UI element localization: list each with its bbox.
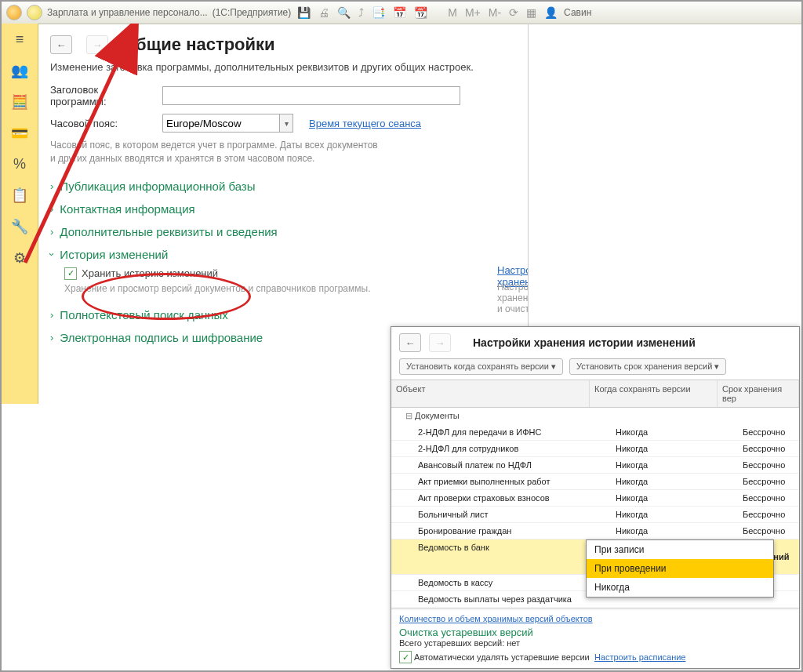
percent-icon[interactable]: %: [13, 156, 26, 173]
refresh-icon[interactable]: ⟳: [509, 6, 518, 19]
table-row: 2-НДФЛ для сотрудниковНикогдаБессрочно: [391, 441, 799, 457]
preview-icon[interactable]: 🔍: [337, 6, 351, 19]
export-icon[interactable]: ⤴: [358, 6, 364, 19]
objects-grid[interactable]: Объект Когда сохранять версии Срок хране…: [391, 380, 799, 609]
app-title: Зарплата и управление персонало...: [47, 7, 208, 18]
table-row: Акт проверки страховых взносовНикогдаБес…: [391, 490, 799, 507]
titlebar: Зарплата и управление персонало... (1С:П…: [2, 2, 801, 24]
session-time-link[interactable]: Время текущего сеанса: [309, 118, 421, 129]
section-publication[interactable]: Публикация информационной базы: [60, 180, 255, 193]
compare-icon[interactable]: 📑: [372, 6, 385, 19]
table-row: Акт приемки выполненных работНикогдаБесс…: [391, 474, 799, 490]
dd-option-never[interactable]: Никогда: [587, 578, 773, 597]
when-dropdown[interactable]: При записи При проведении Никогда: [586, 539, 774, 598]
app-suffix: (1С:Предприятие): [213, 7, 292, 18]
section-contact[interactable]: Контактная информация: [60, 202, 194, 216]
status-icon: [27, 5, 42, 20]
col-duration[interactable]: Срок хранения вер: [718, 380, 799, 407]
timezone-label: Часовой пояс:: [50, 118, 156, 129]
storage-cleanup-text: Настройка хранения и очистка: [497, 282, 529, 314]
history-hint: Хранение и просмотр версий документов и …: [64, 283, 371, 294]
caption-input[interactable]: [162, 86, 460, 105]
history-settings-window: ← → Настройки хранения истории изменений…: [391, 326, 800, 669]
set-duration-button[interactable]: Установить срок хранения версий ▾: [569, 358, 726, 375]
cleanup-count: Всего устаревших версий: нет: [399, 638, 791, 648]
win2-forward-button[interactable]: →: [429, 333, 451, 352]
auto-cleanup-checkbox[interactable]: ✓: [399, 651, 412, 663]
report-icon[interactable]: 📋: [11, 187, 28, 204]
group-documents[interactable]: Документы: [391, 408, 799, 424]
panel-icon[interactable]: ▦: [526, 6, 536, 19]
col-object[interactable]: Объект: [391, 380, 590, 407]
save-icon[interactable]: 💾: [297, 6, 311, 19]
wrench-icon[interactable]: 🔧: [11, 218, 28, 235]
calendar-icon[interactable]: 📅: [393, 6, 406, 19]
timezone-hint: Часовой пояс, в котором ведется учет в п…: [38, 136, 392, 175]
section-extra[interactable]: Дополнительные реквизиты и сведения: [60, 225, 277, 238]
win2-title: Настройки хранения истории изменений: [473, 336, 696, 349]
auto-cleanup-label: Автоматически удалять устаревшие версии: [414, 652, 590, 662]
set-when-button[interactable]: Установить когда сохранять версии ▾: [399, 358, 563, 375]
dd-option-onwrite[interactable]: При записи: [587, 540, 773, 559]
calculator-icon[interactable]: 🧮: [11, 93, 28, 111]
timezone-input[interactable]: [162, 114, 279, 133]
cleanup-header: Очистка устаревших версий: [399, 627, 791, 638]
date-icon[interactable]: 📆: [414, 6, 427, 19]
stored-count-link[interactable]: Количество и объем хранимых версий объек…: [399, 614, 593, 623]
sidebar: ≡ 👥 🧮 💳 % 📋 🔧 ⚙: [2, 24, 38, 404]
m-plus-button[interactable]: M+: [465, 6, 481, 19]
timezone-dropdown-button[interactable]: ▾: [279, 114, 293, 133]
table-row: Авансовый платеж по НДФЛНикогдаБессрочно: [391, 457, 799, 474]
win2-back-button[interactable]: ←: [399, 333, 421, 352]
schedule-link[interactable]: Настроить расписание: [594, 652, 686, 662]
m-button[interactable]: M: [448, 6, 457, 19]
page-description: Изменение заголовка программы, дополните…: [38, 60, 528, 81]
section-history[interactable]: История изменений: [60, 248, 168, 261]
history-checkbox[interactable]: ✓: [64, 267, 77, 280]
menu-icon[interactable]: ≡: [16, 31, 24, 48]
forward-button[interactable]: →: [86, 35, 108, 54]
back-button[interactable]: ←: [50, 35, 72, 54]
table-row: 2-НДФЛ для передачи в ИФНСНикогдаБессроч…: [391, 424, 799, 441]
gear-icon[interactable]: ⚙: [13, 249, 26, 267]
col-when[interactable]: Когда сохранять версии: [590, 380, 718, 407]
caption-label: Заголовок программы:: [50, 84, 156, 107]
table-row: Бронирование гражданНикогдаБессрочно: [391, 523, 799, 539]
user-icon[interactable]: 👤: [544, 6, 558, 19]
history-checkbox-label: Хранить историю изменений: [82, 267, 218, 279]
card-icon[interactable]: 💳: [11, 125, 28, 142]
table-row: Больничный листНикогдаБессрочно: [391, 507, 799, 523]
users-icon[interactable]: 👥: [11, 62, 28, 79]
m-minus-button[interactable]: M-: [489, 6, 501, 19]
dd-option-onpost[interactable]: При проведении: [587, 559, 773, 578]
print-icon[interactable]: 🖨: [318, 6, 329, 19]
logo-1c-icon: [6, 5, 22, 20]
section-fulltext[interactable]: Полнотекстовый поиск данных: [60, 308, 227, 321]
user-name: Савин: [564, 7, 591, 18]
page-title: Общие настройки: [122, 35, 275, 55]
section-signature[interactable]: Электронная подпись и шифрование: [60, 331, 263, 344]
